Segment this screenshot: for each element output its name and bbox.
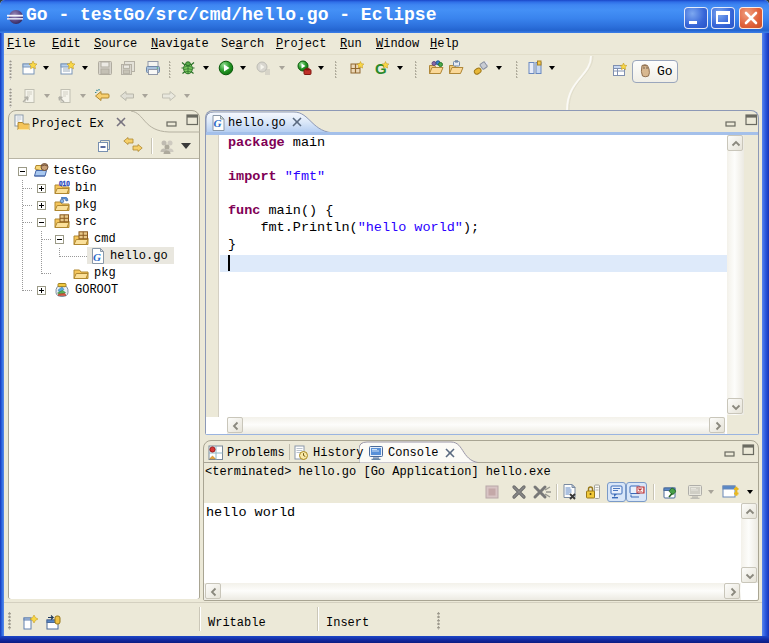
- svg-text:G: G: [93, 251, 101, 263]
- svg-text:G: G: [214, 117, 222, 129]
- svg-text:010: 010: [59, 180, 70, 187]
